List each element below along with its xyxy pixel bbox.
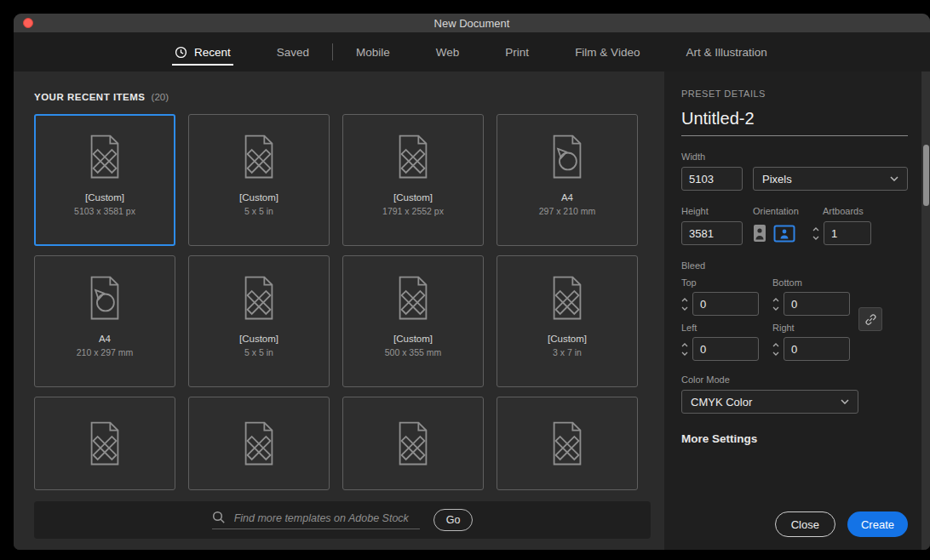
color-mode-dropdown[interactable]: CMYK Color — [681, 390, 858, 414]
recent-item-card[interactable] — [497, 397, 638, 490]
stepper-up-button[interactable] — [812, 226, 819, 231]
adobe-stock-bar: Go — [34, 501, 651, 539]
orientation-landscape-button[interactable] — [773, 225, 795, 243]
bleed-right-input[interactable] — [784, 337, 850, 361]
stepper-down-button[interactable] — [772, 306, 779, 311]
window-title: New Document — [434, 17, 510, 30]
tab-recent[interactable]: Recent — [152, 32, 254, 71]
bleed-left-stepper — [681, 342, 688, 356]
tab-film-video-label: Film & Video — [575, 46, 640, 59]
tab-art-illustration[interactable]: Art & Illustration — [663, 32, 789, 71]
stepper-up-button[interactable] — [681, 297, 688, 302]
bleed-bottom-input[interactable] — [784, 292, 850, 316]
bleed-top-label: Top — [681, 277, 759, 288]
custom-document-icon — [234, 273, 284, 323]
recent-item-card[interactable]: [Custom] 5103 x 3581 px — [34, 114, 175, 246]
tab-saved[interactable]: Saved — [254, 32, 332, 71]
custom-document-icon — [388, 273, 438, 323]
color-mode-label: Color Mode — [681, 374, 908, 385]
recent-item-card[interactable]: [Custom] 5 x 5 in — [188, 114, 330, 246]
chevron-up-icon — [812, 227, 819, 231]
preset-details-panel: PRESET DETAILS Width Pixels Height Orien… — [664, 71, 930, 550]
card-name: A4 — [99, 334, 111, 344]
bleed-bottom-stepper — [772, 297, 779, 311]
recent-item-card[interactable]: [Custom] 1791 x 2552 px — [342, 114, 484, 246]
search-icon — [212, 511, 226, 524]
stepper-down-button[interactable] — [681, 351, 688, 356]
bleed-grid: Top Bottom — [681, 277, 850, 361]
create-button[interactable]: Create — [847, 511, 908, 537]
document-name-input[interactable] — [681, 109, 908, 136]
clock-icon — [175, 46, 187, 59]
tab-film-video[interactable]: Film & Video — [552, 32, 663, 71]
recent-items-panel: YOUR RECENT ITEMS(20) [Custom] 5103 x 35… — [14, 71, 664, 550]
units-dropdown[interactable]: Pixels — [753, 167, 908, 191]
recent-items-count: (20) — [152, 92, 169, 102]
card-name: [Custom] — [393, 192, 433, 203]
chain-link-icon — [864, 313, 877, 326]
dialog-content: YOUR RECENT ITEMS(20) [Custom] 5103 x 35… — [14, 71, 930, 550]
more-settings-link[interactable]: More Settings — [681, 432, 908, 445]
recent-item-card[interactable] — [34, 397, 175, 490]
artboards-stepper — [812, 226, 819, 240]
tab-web[interactable]: Web — [413, 32, 483, 71]
chevron-up-icon — [681, 298, 688, 302]
orientation-portrait-button[interactable] — [753, 224, 766, 243]
height-input[interactable] — [681, 221, 743, 245]
recent-item-card[interactable]: A4 297 x 210 mm — [497, 114, 638, 246]
recent-item-card[interactable]: A4 210 x 297 mm — [34, 255, 175, 387]
scrollbar-thumb[interactable] — [923, 145, 929, 206]
recent-item-card[interactable]: [Custom] 5 x 5 in — [188, 255, 330, 387]
recent-items-grid: [Custom] 5103 x 3581 px [Custom] 5 x 5 i… — [34, 114, 651, 490]
orientation-label: Orientation — [753, 206, 823, 216]
landscape-orientation-icon — [773, 225, 795, 243]
preset-details-heading: PRESET DETAILS — [681, 89, 908, 99]
card-name: A4 — [561, 192, 573, 203]
recent-item-card[interactable] — [188, 397, 330, 490]
chevron-up-icon — [772, 298, 779, 302]
stepper-down-button[interactable] — [772, 351, 779, 356]
custom-document-icon — [388, 132, 438, 181]
card-dims: 5 x 5 in — [244, 206, 273, 216]
card-dims: 5103 x 3581 px — [74, 206, 135, 216]
stepper-up-button[interactable] — [772, 297, 779, 302]
stepper-down-button[interactable] — [681, 306, 688, 311]
recent-item-card[interactable] — [342, 397, 484, 490]
chevron-down-icon — [890, 176, 898, 181]
bleed-left-label: Left — [681, 323, 759, 333]
portrait-orientation-icon — [753, 224, 766, 243]
tab-art-illustration-label: Art & Illustration — [686, 46, 766, 59]
stock-search-input[interactable] — [234, 512, 420, 524]
stepper-down-button[interactable] — [812, 235, 819, 240]
scrollbar-track[interactable] — [921, 71, 930, 550]
close-button[interactable]: Close — [775, 511, 835, 537]
width-input[interactable] — [681, 167, 743, 191]
units-value: Pixels — [762, 173, 792, 186]
card-dims: 500 x 355 mm — [385, 347, 442, 357]
tab-web-label: Web — [436, 46, 460, 59]
tab-mobile-label: Mobile — [356, 46, 390, 59]
go-button[interactable]: Go — [433, 509, 474, 531]
a4-document-icon — [542, 132, 592, 181]
tab-mobile[interactable]: Mobile — [333, 32, 413, 71]
recent-items-heading: YOUR RECENT ITEMS(20) — [34, 92, 651, 102]
recent-items-title: YOUR RECENT ITEMS — [34, 92, 146, 102]
chevron-down-icon — [681, 306, 688, 311]
card-name: [Custom] — [239, 192, 278, 203]
close-window-button[interactable] — [23, 18, 33, 28]
tab-saved-label: Saved — [277, 46, 309, 59]
custom-document-icon — [542, 273, 592, 323]
stepper-up-button[interactable] — [772, 342, 779, 347]
link-bleed-values-button[interactable] — [858, 307, 882, 331]
stepper-up-button[interactable] — [681, 342, 688, 347]
bleed-top-input[interactable] — [692, 292, 759, 316]
artboards-input[interactable] — [824, 221, 871, 245]
bleed-left-input[interactable] — [692, 337, 759, 361]
chevron-down-icon — [812, 236, 819, 240]
tab-print[interactable]: Print — [482, 32, 552, 71]
recent-item-card[interactable]: [Custom] 500 x 355 mm — [342, 255, 484, 387]
stock-search[interactable] — [212, 511, 420, 529]
recent-item-card[interactable]: [Custom] 3 x 7 in — [497, 255, 638, 387]
card-dims: 5 x 5 in — [244, 347, 273, 357]
chevron-up-icon — [681, 343, 688, 347]
